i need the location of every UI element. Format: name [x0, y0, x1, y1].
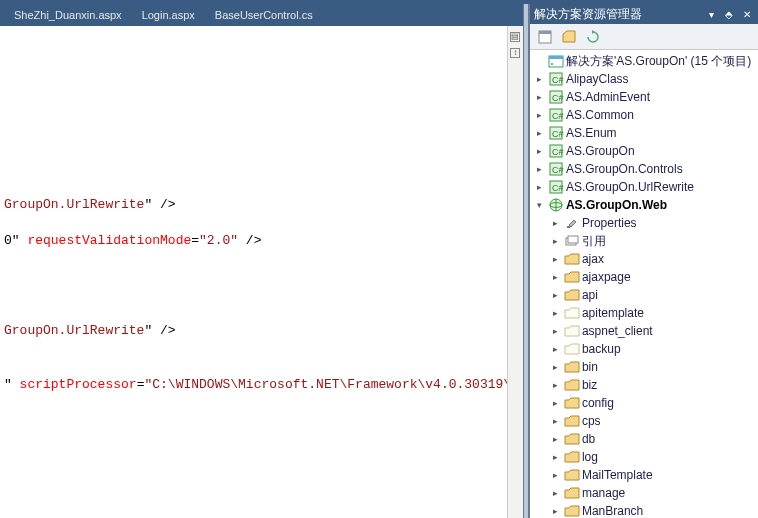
tree-item[interactable]: ▸biz [532, 376, 758, 394]
expand-icon[interactable]: ▸ [550, 326, 562, 336]
expand-icon[interactable]: ▸ [550, 362, 562, 372]
expand-icon[interactable]: ▸ [550, 308, 562, 318]
prop-icon [564, 215, 580, 231]
tree-item[interactable]: ▸C#AlipayClass [532, 70, 758, 88]
solution-toolbar [530, 24, 758, 50]
tree-item-label: AS.Common [566, 108, 634, 122]
tree-item[interactable]: ▸引用 [532, 232, 758, 250]
tree-item-label: AlipayClass [566, 72, 629, 86]
tree-item[interactable]: ▸C#AS.GroupOn.UrlRewrite [532, 178, 758, 196]
tree-item[interactable]: ▸log [532, 448, 758, 466]
tree-item[interactable]: ▸ajax [532, 250, 758, 268]
expand-icon[interactable]: ▸ [550, 470, 562, 480]
expand-icon[interactable]: ▸ [550, 218, 562, 228]
proj-icon: C# [548, 143, 564, 159]
tree-item[interactable]: ▸api [532, 286, 758, 304]
folder-icon [564, 251, 580, 267]
ref-icon [564, 233, 580, 249]
expand-icon[interactable]: ▸ [550, 506, 562, 516]
editor-split-gutter[interactable]: ▤ ↕ [507, 26, 523, 518]
tree-item-label: biz [582, 378, 597, 392]
tree-item[interactable]: ▾AS.GroupOn.Web [532, 196, 758, 214]
tree-item-label: apitemplate [582, 306, 644, 320]
expand-icon[interactable]: ▸ [534, 74, 546, 84]
collapse-icon[interactable]: ▾ [534, 200, 546, 210]
close-icon[interactable]: ✕ [740, 7, 754, 21]
expand-icon[interactable]: ▸ [550, 434, 562, 444]
tree-item[interactable]: ▸manage [532, 484, 758, 502]
expand-icon[interactable]: ▸ [550, 344, 562, 354]
tree-item[interactable]: ▸bin [532, 358, 758, 376]
code-editor[interactable]: GroupOn.UrlRewrite" />0" requestValidati… [0, 26, 523, 518]
expand-icon[interactable]: ▸ [534, 146, 546, 156]
expand-icon[interactable]: ▸ [534, 92, 546, 102]
proj-icon: C# [548, 89, 564, 105]
tree-item[interactable]: ▸C#AS.Common [532, 106, 758, 124]
tree-item-label: ManBranch [582, 504, 643, 518]
panel-title: 解决方案资源管理器 [534, 6, 700, 23]
expand-icon[interactable]: ▸ [534, 164, 546, 174]
tab-file[interactable]: BaseUserControl.cs [205, 6, 323, 25]
proj-icon: C# [548, 71, 564, 87]
tree-item[interactable]: ▸cps [532, 412, 758, 430]
folder-icon [564, 449, 580, 465]
tree-item-label: log [582, 450, 598, 464]
tree-item[interactable]: ▸ManBranch [532, 502, 758, 518]
pin-icon[interactable]: ⬘ [722, 7, 736, 21]
svg-point-4 [551, 63, 553, 65]
properties-button[interactable] [536, 28, 554, 46]
folder-icon [564, 485, 580, 501]
tree-item-label: cps [582, 414, 601, 428]
tree-item-label: api [582, 288, 598, 302]
tree-item[interactable]: ▸db [532, 430, 758, 448]
tree-item-label: AS.GroupOn.Controls [566, 162, 683, 176]
tree-item[interactable]: ▸C#AS.AdminEvent [532, 88, 758, 106]
expand-icon[interactable]: ▸ [550, 398, 562, 408]
expand-icon[interactable]: ▸ [550, 488, 562, 498]
expand-icon[interactable]: ▸ [534, 128, 546, 138]
expand-icon[interactable]: ▸ [534, 182, 546, 192]
tree-item-label: 引用 [582, 233, 606, 250]
expand-icon[interactable]: ▸ [550, 380, 562, 390]
expand-icon[interactable]: ▸ [550, 290, 562, 300]
show-all-button[interactable] [560, 28, 578, 46]
tree-item[interactable]: ▸C#AS.GroupOn [532, 142, 758, 160]
tree-item[interactable]: ▸MailTemplate [532, 466, 758, 484]
tree-item[interactable]: ▸C#AS.GroupOn.Controls [532, 160, 758, 178]
expand-icon: ↕ [510, 48, 520, 58]
tree-item[interactable]: ▸aspnet_client [532, 322, 758, 340]
tree-item-label: 解决方案'AS.GroupOn' (15 个项目) [566, 53, 751, 70]
tree-item[interactable]: ▸Properties [532, 214, 758, 232]
expand-icon[interactable]: ▸ [550, 416, 562, 426]
svg-text:C#: C# [552, 93, 564, 103]
folder-light-icon [564, 341, 580, 357]
tree-item[interactable]: ▸config [532, 394, 758, 412]
svg-rect-24 [568, 236, 578, 243]
solution-tree[interactable]: 解决方案'AS.GroupOn' (15 个项目)▸C#AlipayClass▸… [530, 50, 758, 518]
refresh-button[interactable] [584, 28, 602, 46]
tree-item-label: Properties [582, 216, 637, 230]
tree-item-label: backup [582, 342, 621, 356]
tree-item[interactable]: ▸ajaxpage [532, 268, 758, 286]
web-icon [548, 197, 564, 213]
tree-item[interactable]: ▸C#AS.Enum [532, 124, 758, 142]
tab-file[interactable]: SheZhi_Duanxin.aspx [4, 6, 132, 25]
expand-icon[interactable]: ▸ [550, 452, 562, 462]
expand-icon[interactable]: ▸ [550, 254, 562, 264]
panel-titlebar[interactable]: 解决方案资源管理器 ▾ ⬘ ✕ [530, 4, 758, 24]
tree-item-label: manage [582, 486, 625, 500]
dropdown-icon[interactable]: ▾ [704, 7, 718, 21]
expand-icon[interactable]: ▸ [534, 110, 546, 120]
expand-icon[interactable]: ▸ [550, 272, 562, 282]
tree-item[interactable]: ▸backup [532, 340, 758, 358]
split-icon: ▤ [510, 32, 520, 42]
folder-icon [564, 269, 580, 285]
tab-file[interactable]: Login.aspx [132, 6, 205, 25]
svg-text:C#: C# [552, 147, 564, 157]
svg-rect-1 [539, 31, 551, 34]
expand-icon[interactable]: ▸ [550, 236, 562, 246]
tree-item[interactable]: ▸apitemplate [532, 304, 758, 322]
folder-icon [564, 359, 580, 375]
editor-pane: SheZhi_Duanxin.aspx Login.aspx BaseUserC… [0, 4, 523, 518]
tree-item[interactable]: 解决方案'AS.GroupOn' (15 个项目) [532, 52, 758, 70]
